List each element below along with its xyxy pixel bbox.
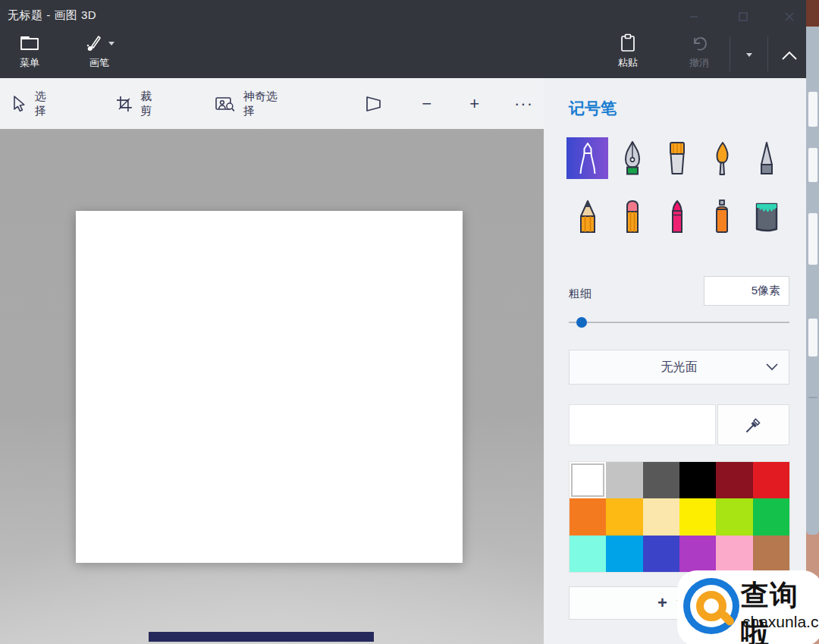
palette-swatch[interactable] xyxy=(716,498,752,535)
trapezoid-view-icon xyxy=(362,94,384,114)
palette-swatch[interactable] xyxy=(679,462,716,498)
brush-oil-brush[interactable] xyxy=(656,137,698,179)
cursor-icon xyxy=(11,95,27,113)
brush-fill-bucket[interactable] xyxy=(746,196,788,237)
collapse-ribbon-button[interactable] xyxy=(778,44,801,67)
brush-eraser[interactable] xyxy=(611,196,653,237)
pencil-icon xyxy=(573,199,603,235)
eraser-icon xyxy=(617,199,648,235)
drawing-canvas[interactable] xyxy=(76,211,463,563)
palette-swatch[interactable] xyxy=(716,536,752,572)
palette-swatch[interactable] xyxy=(570,536,606,572)
current-color-swatch[interactable] xyxy=(569,404,716,445)
palette-swatch[interactable] xyxy=(606,536,642,572)
eyedropper-button[interactable] xyxy=(717,404,789,445)
canvas-toolbar: 选择 裁剪 神奇选择 − + ··· xyxy=(0,78,544,129)
maximize-button[interactable] xyxy=(726,6,761,27)
crop-label: 裁剪 xyxy=(140,90,163,118)
palette-swatch[interactable] xyxy=(753,462,789,498)
palette-swatch[interactable] xyxy=(643,498,679,535)
palette-swatch[interactable] xyxy=(606,498,642,535)
brush-crayon[interactable] xyxy=(656,196,698,237)
magic-select-label: 神奇选择 xyxy=(243,90,288,118)
ribbon-separator xyxy=(767,36,768,71)
palette-swatch[interactable] xyxy=(643,536,679,572)
background-window-sliver xyxy=(806,0,819,644)
eyedropper-icon xyxy=(744,415,764,435)
watermark-logo-icon xyxy=(683,578,739,634)
thickness-slider[interactable] xyxy=(569,316,789,328)
palette-swatch[interactable] xyxy=(679,536,716,572)
more-options-button[interactable]: ··· xyxy=(504,78,544,129)
marker-icon xyxy=(573,140,603,177)
thickness-value: 5像素 xyxy=(752,284,780,298)
palette-swatch[interactable] xyxy=(679,498,716,535)
brush-tool-button[interactable]: 画笔 xyxy=(77,33,121,74)
window-title: 无标题 - 画图 3D xyxy=(8,8,96,23)
minus-icon: − xyxy=(422,96,431,112)
brush-panel: 记号笔 xyxy=(544,78,806,644)
minimize-button[interactable] xyxy=(676,6,711,27)
ellipsis-icon: ··· xyxy=(514,96,533,112)
undo-button[interactable]: 撤消 xyxy=(677,33,721,74)
ribbon-separator xyxy=(730,36,730,71)
background-fragment xyxy=(808,319,817,357)
oil-brush-icon xyxy=(662,140,692,177)
palette-swatch[interactable] xyxy=(716,462,752,498)
zoom-out-button[interactable]: − xyxy=(411,78,442,129)
close-button[interactable] xyxy=(772,6,807,27)
crop-icon xyxy=(115,95,133,113)
watermark: 查询啦 chaxunla.com xyxy=(677,570,819,644)
slider-thumb[interactable] xyxy=(576,317,587,328)
palette-swatch[interactable] xyxy=(753,498,789,535)
chevron-down-icon xyxy=(108,41,115,46)
select-tool[interactable]: 选择 xyxy=(0,78,68,129)
background-fragment xyxy=(808,397,817,398)
paintbrush-icon xyxy=(83,33,103,53)
thickness-input[interactable]: 5像素 xyxy=(704,276,789,306)
clipboard-icon xyxy=(618,33,638,53)
palette-swatch[interactable] xyxy=(570,462,606,498)
watermark-brand: 查询啦 xyxy=(741,576,819,644)
palette-swatch[interactable] xyxy=(643,462,679,498)
background-fragment xyxy=(808,213,817,265)
brush-pencil[interactable] xyxy=(566,196,608,237)
brush-watercolor[interactable] xyxy=(701,137,743,179)
calligraphy-pen-icon xyxy=(617,140,648,177)
background-fragment xyxy=(808,92,817,127)
magic-select-icon xyxy=(215,95,236,113)
brush-spray-can[interactable] xyxy=(701,196,743,237)
chevron-up-icon xyxy=(781,51,798,61)
paste-button[interactable]: 粘贴 xyxy=(606,33,650,74)
select-label: 选择 xyxy=(35,90,58,118)
slider-track[interactable] xyxy=(569,322,789,323)
horizontal-scrollbar[interactable] xyxy=(149,632,374,642)
perspective-view-button[interactable] xyxy=(352,78,394,129)
palette-swatch[interactable] xyxy=(753,536,789,572)
background-fragment xyxy=(808,148,817,182)
minimize-icon xyxy=(689,12,698,21)
palette-swatch[interactable] xyxy=(570,498,606,535)
history-dropdown-button[interactable] xyxy=(740,46,758,64)
background-scrollbar-strip xyxy=(806,27,819,535)
finish-selected-value: 无光面 xyxy=(661,360,698,375)
undo-label: 撤消 xyxy=(689,56,709,70)
finish-dropdown[interactable]: 无光面 xyxy=(569,350,789,385)
pixel-pen-icon xyxy=(752,140,782,177)
brush-marker[interactable] xyxy=(566,137,608,179)
menu-label: 菜单 xyxy=(20,56,39,70)
thickness-label: 粗细 xyxy=(569,287,592,301)
zoom-in-button[interactable]: + xyxy=(459,78,490,129)
background-window-fragment xyxy=(806,0,819,27)
crop-tool[interactable]: 裁剪 xyxy=(105,78,174,129)
menu-button[interactable]: 菜单 xyxy=(8,33,52,74)
brush-pixel-pen[interactable] xyxy=(746,137,788,179)
brush-calligraphy-pen[interactable] xyxy=(611,137,653,179)
magic-select-tool[interactable]: 神奇选择 xyxy=(204,78,299,129)
palette-swatch[interactable] xyxy=(606,462,642,498)
crayon-icon xyxy=(662,199,692,235)
watercolor-brush-icon xyxy=(707,140,737,177)
workspace[interactable] xyxy=(0,129,544,644)
spray-can-icon xyxy=(707,199,737,235)
maximize-icon xyxy=(738,11,748,22)
